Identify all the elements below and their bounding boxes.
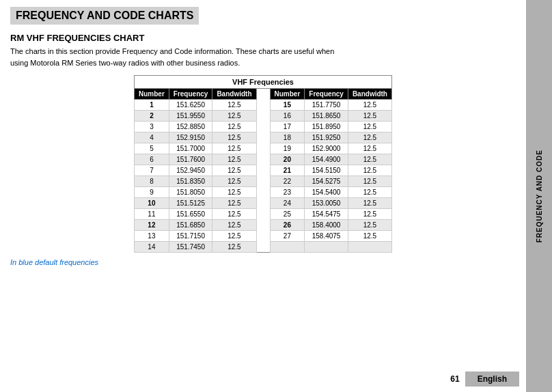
table-row: 12.5 [348,132,391,143]
table-row: 8 [135,176,169,187]
table-row: 151.7150 [169,231,212,242]
table-row: 152.9150 [169,132,212,143]
table-row: 14 [135,242,169,253]
table-row: 15 [270,100,305,111]
table-row: 10 [135,198,169,209]
table-row: 5 [135,143,169,154]
table-row: 12.5 [348,122,391,132]
col-header-num-right: Number [270,89,305,100]
table-row: 151.7750 [305,100,348,111]
table-row: 12.5 [348,231,391,242]
table-row: 12.5 [348,143,391,154]
table-row: 24 [270,198,305,209]
table-row: 151.9550 [169,111,212,122]
table-row: 26 [270,220,305,231]
table-row: 12.5 [348,209,391,220]
table-row: 12.5 [212,122,256,132]
table-row: 12.5 [212,111,256,122]
table-row: 151.7600 [169,154,212,165]
table-row: 12 [135,220,169,231]
table-row: 1 [135,100,169,111]
table-row: 12.5 [212,100,256,111]
table-row: 12.5 [212,132,256,143]
table-row: 12.5 [212,154,256,165]
table-row: 25 [270,209,305,220]
page-number: 61 [450,374,459,384]
col-header-bw-right: Bandwidth [348,89,391,100]
table-row: 19 [270,143,305,154]
table-row: 12.5 [348,220,391,231]
table-row: 12.5 [212,220,256,231]
table-row: 20 [270,154,305,165]
table-row: 12.5 [348,165,391,176]
table-row: 9 [135,187,169,198]
table-row: 151.8950 [305,122,348,132]
table-row: 13 [135,231,169,242]
table-row: 12.5 [348,111,391,122]
note-blue: In blue default frequencies [10,258,516,266]
section-title: RM VHF FREQUENCIES CHART [10,33,516,43]
table-row: 12.5 [212,176,256,187]
col-header-freq-right: Frequency [305,89,348,100]
table-row [305,242,348,253]
table-row: 22 [270,176,305,187]
frequency-table: VHF Frequencies Number Frequency Bandwid… [134,75,392,253]
table-row: 151.7000 [169,143,212,154]
table-row: 151.5125 [169,198,212,209]
table-row: 151.8050 [169,187,212,198]
table-row: 12.5 [348,198,391,209]
table-row: 154.5400 [305,187,348,198]
table-row: 17 [270,122,305,132]
table-row: 154.4900 [305,154,348,165]
table-row: 151.6550 [169,209,212,220]
table-row: 12.5 [212,209,256,220]
col-header-freq-left: Frequency [169,89,212,100]
table-row: 153.0050 [305,198,348,209]
table-row: 18 [270,132,305,143]
table-row: 16 [270,111,305,122]
table-row: 151.8650 [305,111,348,122]
table-title: VHF Frequencies [135,76,392,89]
table-row: 158.4000 [305,220,348,231]
table-row: 3 [135,122,169,132]
table-row: 12.5 [212,242,256,253]
page-title: FREQUENCY AND CODE CHARTS [10,7,199,25]
bottom-bar: 61 English [0,366,526,392]
table-row: 151.6850 [169,220,212,231]
col-header-num-left: Number [135,89,169,100]
table-row: 154.5475 [305,209,348,220]
table-row: 23 [270,187,305,198]
sidebar-text: FREQUENCY AND CODE [536,150,543,242]
table-row: 2 [135,111,169,122]
table-row: 21 [270,165,305,176]
language-badge: English [465,372,519,387]
section-description: The charts in this section provide Frequ… [10,46,516,68]
table-row: 12.5 [348,154,391,165]
table-row: 12.5 [348,187,391,198]
table-row: 12.5 [348,100,391,111]
table-row: 151.8350 [169,176,212,187]
table-row: 12.5 [212,165,256,176]
table-row [348,242,391,253]
table-row: 7 [135,165,169,176]
table-row: 12.5 [212,143,256,154]
table-row: 12.5 [212,231,256,242]
table-row: 6 [135,154,169,165]
table-container: VHF Frequencies Number Frequency Bandwid… [10,75,516,253]
table-row: 27 [270,231,305,242]
table-row: 154.5275 [305,176,348,187]
table-row: 12.5 [212,187,256,198]
table-row: 151.7450 [169,242,212,253]
col-header-bw-left: Bandwidth [212,89,256,100]
table-row: 152.9450 [169,165,212,176]
table-row: 152.9000 [305,143,348,154]
table-row: 12.5 [348,176,391,187]
table-row: 4 [135,132,169,143]
table-row: 152.8850 [169,122,212,132]
table-row: 11 [135,209,169,220]
table-row: 158.4075 [305,231,348,242]
main-content: FREQUENCY AND CODE CHARTS RM VHF FREQUEN… [0,0,526,392]
table-row: 154.5150 [305,165,348,176]
table-row: 151.9250 [305,132,348,143]
sidebar: FREQUENCY AND CODE [526,0,552,392]
